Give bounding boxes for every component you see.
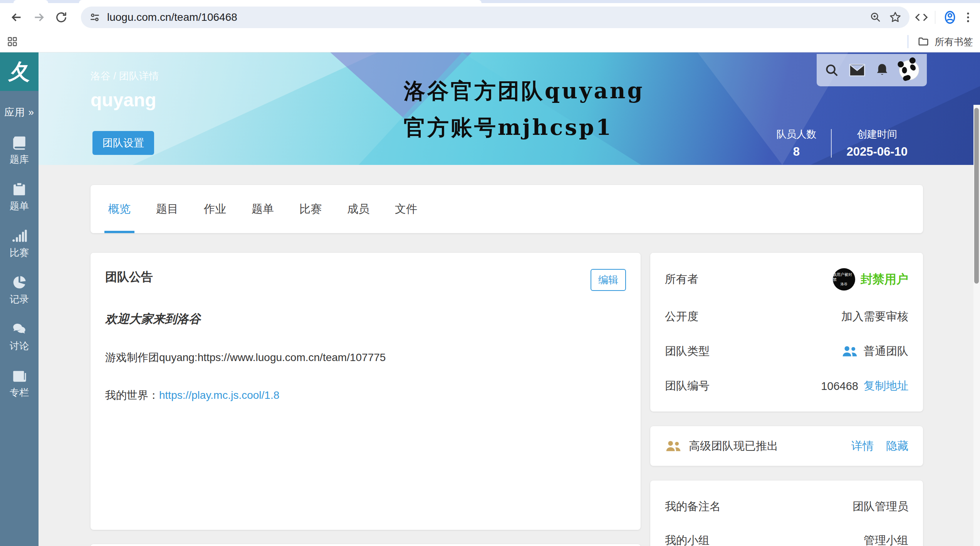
zoom-icon[interactable] — [869, 11, 882, 24]
bookmarks-bar: 所有书签 — [0, 31, 980, 52]
owner-avatar-text: 洛谷 — [841, 282, 847, 287]
breadcrumb[interactable]: 洛谷 / 团队详情 — [91, 69, 159, 83]
team-type-label: 团队类型 — [665, 344, 710, 359]
stat-value: 2025-06-10 — [846, 145, 908, 159]
tab-contests[interactable]: 比赛 — [298, 185, 323, 233]
copy-address-link[interactable]: 复制地址 — [864, 378, 908, 394]
minecraft-link[interactable]: https://play.mc.js.cool/1.8 — [159, 389, 279, 401]
banner-calligraphy: 洛谷官方团队quyang 官方账号mjhcsp1 — [404, 72, 644, 146]
next-card-partial — [91, 544, 641, 546]
page-title: quyang — [91, 89, 156, 111]
site-info-icon[interactable] — [89, 11, 101, 24]
team-info-card: 所有者 该用户被封禁 洛谷 封禁用户 公开度 加入需要审核 — [650, 253, 923, 412]
chrome-right-controls — [915, 10, 975, 25]
sidebar: 夂 应用 » 题库 题单 比赛 记录 讨论 专栏 — [0, 52, 39, 546]
my-group-label: 我的小组 — [665, 533, 710, 546]
my-membership-card: 我的备注名 团队管理员 我的小组 管理小组 修改我的信息 — [650, 480, 923, 546]
right-column: 所有者 该用户被封禁 洛谷 封禁用户 公开度 加入需要审核 — [650, 253, 923, 546]
detail-link[interactable]: 详情 — [851, 438, 874, 454]
team-type-value: 普通团队 — [864, 344, 908, 359]
header-mail-icon[interactable] — [849, 64, 865, 77]
all-bookmarks-label: 所有书签 — [935, 35, 973, 48]
edit-button[interactable]: 编辑 — [591, 269, 626, 291]
stat-label: 队员人数 — [776, 128, 816, 141]
sidebar-item-problemset[interactable]: 题库 — [0, 134, 39, 166]
sidebar-item-problem-list[interactable]: 题单 — [0, 181, 39, 212]
header-avatar[interactable] — [896, 57, 922, 83]
owner-row: 所有者 该用户被封禁 洛谷 封禁用户 — [665, 268, 908, 291]
owner-avatar[interactable]: 该用户被封禁 洛谷 — [833, 268, 855, 291]
tabs: 概览 题目 作业 题单 比赛 成员 文件 — [107, 185, 419, 233]
reload-button[interactable] — [50, 6, 72, 29]
luogu-app: 夂 应用 » 题库 题单 比赛 记录 讨论 专栏 — [0, 52, 980, 546]
team-id-label: 团队编号 — [665, 378, 710, 394]
luogu-logo[interactable]: 夂 — [0, 52, 39, 91]
visibility-row: 公开度 加入需要审核 — [665, 308, 908, 325]
tab-problem-lists[interactable]: 题单 — [250, 185, 275, 233]
folder-icon — [918, 36, 929, 47]
url-input[interactable]: luogu.com.cn/team/106468 — [107, 11, 869, 24]
tab-fragment — [13, 0, 48, 3]
all-bookmarks-button[interactable]: 所有书签 — [908, 35, 973, 48]
announcement-title: 团队公告 — [105, 269, 153, 285]
team-type-row: 团队类型 普通团队 — [665, 343, 908, 360]
team-settings-button[interactable]: 团队设置 — [92, 131, 154, 155]
my-nickname-label: 我的备注名 — [665, 499, 721, 514]
sidebar-item-column[interactable]: 专栏 — [0, 368, 39, 399]
sidebar-item-label: 比赛 — [10, 246, 29, 259]
panda-ear — [909, 57, 916, 64]
sidebar-item-discuss[interactable]: 讨论 — [0, 321, 39, 352]
tab-overview[interactable]: 概览 — [107, 185, 132, 233]
luogu-logo-glyph: 夂 — [8, 61, 30, 82]
stat-value: 8 — [776, 145, 816, 159]
code-icon[interactable] — [915, 11, 928, 24]
bookmark-star-icon[interactable] — [889, 11, 902, 24]
tab-problems[interactable]: 题目 — [154, 185, 180, 233]
pie-icon — [11, 274, 27, 291]
banned-user-badge[interactable]: 封禁用户 — [861, 271, 908, 287]
announcement-card: 团队公告 编辑 欢迎大家来到洛谷 游戏制作团quyang:https://www… — [91, 253, 641, 530]
tab-files[interactable]: 文件 — [393, 185, 419, 233]
sidebar-item-contests[interactable]: 比赛 — [0, 228, 39, 259]
page-scrollbar[interactable] — [974, 108, 979, 284]
chat-icon — [11, 321, 27, 337]
left-column: 团队公告 编辑 欢迎大家来到洛谷 游戏制作团quyang:https://www… — [91, 253, 641, 546]
my-group-row: 我的小组 管理小组 — [665, 533, 908, 546]
my-nickname-value: 团队管理员 — [852, 499, 908, 514]
bookmarks-separator — [908, 35, 908, 48]
owner-avatar-text: 该用户被封禁 — [833, 272, 855, 282]
scrollbar-track[interactable] — [973, 105, 980, 546]
hide-link[interactable]: 隐藏 — [886, 438, 908, 454]
menu-dots-icon[interactable] — [962, 11, 975, 24]
sidebar-item-records[interactable]: 记录 — [0, 274, 39, 306]
back-button[interactable] — [5, 6, 28, 29]
sidebar-item-label: 题库 — [10, 153, 29, 166]
clipboard-icon — [11, 181, 27, 197]
my-group-value: 管理小组 — [864, 533, 908, 546]
profile-avatar-icon[interactable] — [942, 10, 958, 25]
sidebar-item-label: 讨论 — [10, 339, 29, 352]
apps-grid-icon[interactable] — [7, 36, 18, 47]
main-content: 概览 题目 作业 题单 比赛 成员 文件 团队公告 编辑 欢迎大家来到洛谷 游戏… — [39, 165, 980, 546]
back-arrow-icon — [10, 10, 23, 24]
active-tab-bottom — [79, 0, 482, 3]
forward-button[interactable] — [28, 6, 50, 29]
announcement-welcome: 欢迎大家来到洛谷 — [105, 311, 626, 327]
book-icon — [11, 134, 27, 151]
sidebar-item-label: 题单 — [10, 200, 29, 212]
url-bar[interactable]: luogu.com.cn/team/106468 — [81, 7, 910, 28]
stat-members: 队员人数 8 — [762, 128, 831, 159]
panda-eye — [902, 67, 907, 74]
sidebar-apps-toggle[interactable]: 应用 » — [0, 106, 39, 119]
header-bell-icon[interactable] — [875, 63, 889, 77]
header-search-icon[interactable] — [824, 63, 839, 77]
team-id-row: 团队编号 106468 复制地址 — [665, 378, 908, 395]
tab-members[interactable]: 成员 — [346, 185, 371, 233]
tab-homework[interactable]: 作业 — [202, 185, 228, 233]
team-banner: 洛谷 / 团队详情 quyang 团队设置 洛谷官方团队quyang 官方账号m… — [39, 52, 980, 165]
premium-promo-text: 高级团队现已推出 — [689, 438, 778, 454]
visibility-value: 加入需要审核 — [841, 309, 908, 324]
stat-created: 创建时间 2025-06-10 — [832, 128, 922, 159]
header-icon-box — [817, 54, 927, 86]
calligraphy-line1: 洛谷官方团队quyang — [404, 72, 644, 109]
